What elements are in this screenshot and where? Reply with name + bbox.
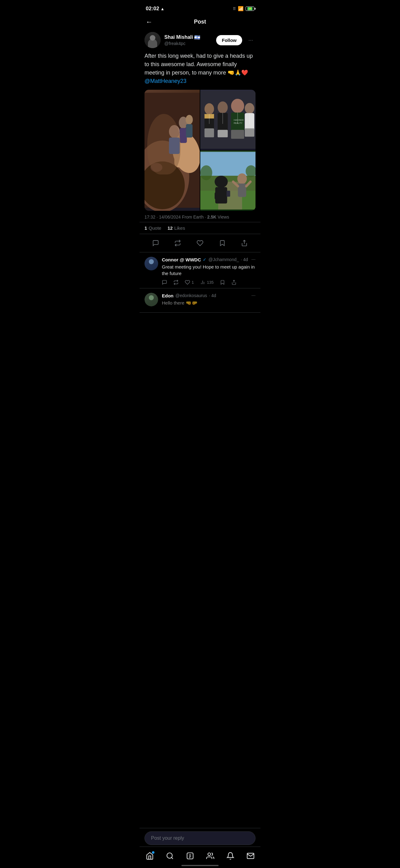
grid-icon: ⠿ — [233, 6, 236, 11]
page-title: Post — [194, 19, 206, 25]
likes-stat[interactable]: 12 Likes — [167, 225, 185, 231]
share-action-button[interactable] — [239, 238, 249, 248]
likes-count: 12 — [167, 225, 173, 231]
likes-label: Likes — [174, 225, 185, 231]
quote-count: 1 — [144, 225, 147, 231]
comment-1-view-count: 135 — [207, 280, 214, 285]
comment-2-header: Edon @edonkosaurus · 4d ··· — [162, 293, 256, 298]
comment-1-body: Connor @ WWDC ✓ @Jchammond_ · 4d ··· Gre… — [162, 257, 256, 285]
post-text: After this long week, had to give a head… — [139, 51, 261, 90]
action-bar — [139, 234, 261, 252]
status-icons: ⠿ 📶 ⚡ — [233, 6, 254, 11]
post-image-3[interactable] — [200, 151, 256, 211]
svg-point-37 — [214, 176, 228, 187]
author-display-name: Shai Mishali — [164, 34, 193, 40]
svg-point-17 — [218, 101, 228, 113]
wifi-icon: 📶 — [238, 6, 244, 11]
nav-compose[interactable] — [184, 850, 196, 862]
quote-stat[interactable]: 1 Quote — [144, 225, 161, 231]
comment-1: Connor @ WWDC ✓ @Jchammond_ · 4d ··· Gre… — [139, 252, 261, 288]
follow-button[interactable]: Follow — [216, 35, 242, 45]
author-info: Shai Mishali 🇮🇱 @freak4pc — [164, 34, 212, 46]
comment-1-more-button[interactable]: ··· — [252, 257, 256, 262]
comment-1-share-button[interactable] — [231, 280, 237, 285]
comment-2-time: · 4d — [209, 293, 216, 298]
post-views-label: Views — [218, 215, 229, 219]
comment-1-handle: @Jchammond_ — [208, 257, 239, 262]
svg-text:REALITY: REALITY — [234, 122, 243, 124]
comment-1-like-count: 1 — [192, 280, 194, 285]
comment-1-avatar[interactable] — [144, 257, 158, 270]
author-handle: @freak4pc — [164, 41, 212, 46]
svg-point-45 — [200, 165, 212, 180]
status-bar: 02:02 ▲ ⠿ 📶 ⚡ — [139, 0, 261, 16]
bookmark-action-button[interactable] — [217, 238, 228, 248]
nav-home[interactable] — [144, 850, 156, 862]
comment-1-header: Connor @ WWDC ✓ @Jchammond_ · 4d ··· — [162, 257, 256, 262]
retweet-action-button[interactable] — [172, 238, 183, 248]
comment-1-views: 135 — [200, 280, 214, 285]
comment-2: Edon @edonkosaurus · 4d ··· Hello there … — [139, 288, 261, 313]
location-icon: ▲ — [160, 6, 164, 11]
svg-rect-39 — [214, 192, 218, 199]
home-indicator — [181, 865, 219, 866]
comment-1-text: Great meeting you! Hope to meet up again… — [162, 264, 256, 277]
status-time: 02:02 ▲ — [146, 6, 164, 12]
svg-rect-8 — [180, 128, 187, 143]
svg-line-53 — [171, 858, 173, 859]
svg-rect-30 — [218, 130, 228, 137]
nav-people[interactable] — [204, 850, 216, 862]
svg-point-9 — [186, 115, 193, 124]
comment-1-name: Connor @ WWDC — [162, 257, 201, 262]
post-images: HACKED REALITY — [144, 90, 256, 211]
battery-icon: ⚡ — [245, 6, 254, 11]
svg-rect-32 — [245, 128, 254, 136]
comment-1-reply-button[interactable] — [162, 280, 167, 285]
comment-2-text: Hello there 🤜🤛 — [162, 300, 256, 306]
svg-point-52 — [167, 853, 172, 858]
post-timestamp: 17:32 · 14/06/2024 From Earth — [144, 215, 204, 219]
back-button[interactable]: ← — [144, 17, 154, 27]
nav-notifications[interactable] — [225, 850, 236, 862]
comment-1-like-button[interactable]: 1 — [185, 280, 194, 285]
author-avatar[interactable] — [144, 32, 161, 48]
post-views-count: 2.5K — [207, 215, 216, 219]
flag-emoji: 🇮🇱 — [194, 34, 200, 40]
post-meta: 17:32 · 14/06/2024 From Earth · 2.5K Vie… — [139, 211, 261, 222]
svg-rect-42 — [238, 183, 246, 197]
comment-1-bookmark-button[interactable] — [220, 280, 225, 285]
comment-2-avatar[interactable] — [144, 293, 158, 306]
svg-rect-12 — [169, 137, 180, 154]
stats-row: 1 Quote 12 Likes — [139, 222, 261, 234]
post-image-1[interactable] — [144, 90, 200, 211]
post-image-2[interactable]: HACKED REALITY — [200, 90, 256, 150]
svg-point-41 — [237, 173, 247, 184]
nav-header: ← Post — [139, 16, 261, 28]
svg-point-58 — [208, 853, 210, 856]
comment-action-button[interactable] — [151, 238, 161, 248]
comment-1-actions: 1 135 — [162, 280, 256, 285]
nav-home-dot — [152, 851, 155, 854]
mention-link[interactable]: @MattHeaney23 — [144, 78, 186, 84]
quote-label: Quote — [148, 225, 161, 231]
author-name: Shai Mishali 🇮🇱 — [164, 34, 212, 40]
time-display: 02:02 — [146, 6, 159, 12]
comment-2-body: Edon @edonkosaurus · 4d ··· Hello there … — [162, 293, 256, 309]
like-action-button[interactable] — [195, 238, 205, 248]
svg-text:HACKED: HACKED — [234, 119, 244, 121]
reply-input-bar: Post your reply — [139, 828, 261, 848]
svg-rect-29 — [204, 128, 214, 137]
comment-1-retweet-button[interactable] — [173, 280, 178, 285]
nav-search[interactable] — [164, 850, 176, 862]
svg-point-14 — [204, 103, 214, 115]
nav-messages[interactable] — [245, 850, 257, 862]
svg-point-19 — [231, 99, 244, 113]
more-options-button[interactable]: ··· — [246, 36, 256, 45]
svg-rect-31 — [231, 130, 244, 139]
comment-2-handle: @edonkosaurus — [175, 293, 207, 298]
comment-2-more-button[interactable]: ··· — [252, 293, 256, 298]
reply-input[interactable]: Post your reply — [144, 831, 256, 845]
svg-point-4 — [151, 163, 162, 172]
verified-badge-1: ✓ — [203, 257, 206, 262]
post-author-row: Shai Mishali 🇮🇱 @freak4pc Follow ··· — [139, 28, 261, 51]
